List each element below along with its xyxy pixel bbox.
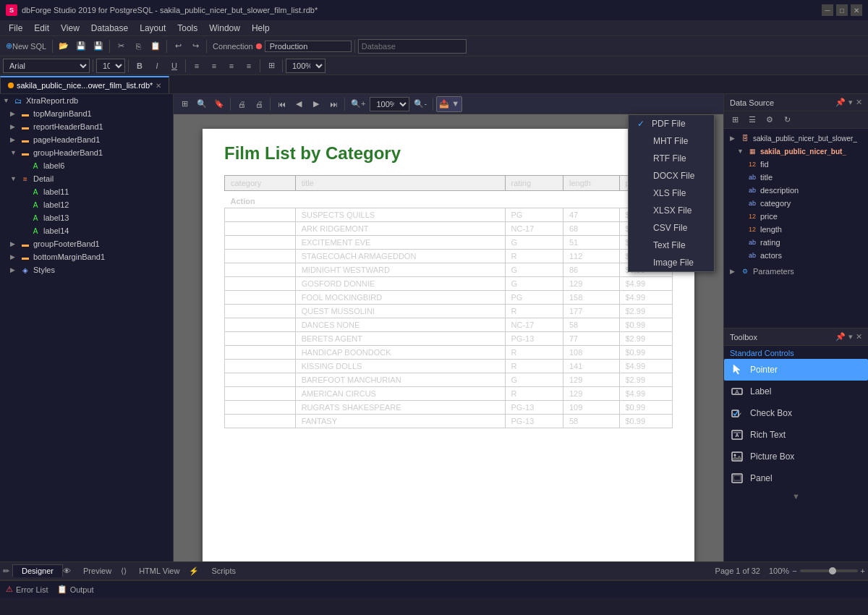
tree-item-styles[interactable]: ▶ ◈ Styles [0,263,173,276]
menu-tools[interactable]: Tools [171,22,203,35]
italic-button[interactable]: I [149,58,165,74]
align-right-button[interactable]: ≡ [224,58,239,74]
tree-item-detail[interactable]: ▼ ≡ Detail [0,172,173,185]
save-button[interactable]: 💾 [73,38,89,54]
toolbox-picture-item[interactable]: Picture Box [724,446,868,467]
tree-item-pageheaderband[interactable]: ▶ ▬ pageHeaderBand1 [0,133,173,146]
ds-list-btn[interactable]: ☰ [744,112,760,128]
database-dropdown[interactable] [358,39,467,54]
bottom-tab-htmlview[interactable]: HTML View [129,564,189,577]
report-zoom-in-btn[interactable]: 🔍+ [348,96,368,112]
export-text-item[interactable]: Text File [629,237,714,254]
report-print2-btn[interactable]: 🖨 [251,96,267,112]
redo-button[interactable]: ↪ [187,38,203,54]
report-nav-first-btn[interactable]: ⏮ [273,96,289,112]
output-tab[interactable]: 📋 Output [57,585,94,594]
ds-field-description[interactable]: ab description [727,184,865,197]
cut-button[interactable]: ✂ [113,38,129,54]
ds-field-rating[interactable]: ab rating [727,236,865,249]
export-rtf-item[interactable]: RTF File [629,150,714,167]
tab-close-button[interactable]: ✕ [156,82,161,90]
toolbox-menu-btn[interactable]: ▾ [848,332,853,342]
maximize-button[interactable]: □ [836,4,848,16]
toolbox-pin-btn[interactable]: 📌 [835,332,846,342]
datasource-menu-btn[interactable]: ▾ [848,98,853,107]
save-all-button[interactable]: 💾 [90,38,106,54]
report-nav-last-btn[interactable]: ⏭ [326,96,341,112]
export-mht-item[interactable]: MHT File [629,132,714,150]
copy-button[interactable]: ⎘ [130,38,146,54]
ds-table-node[interactable]: ▼ ▦ sakila_public_nicer_but_ [727,145,865,158]
ds-field-title[interactable]: ab title [727,171,865,184]
tree-item-label11[interactable]: A label11 [0,185,173,198]
tree-item-reportheaderband[interactable]: ▶ ▬ reportHeaderBand1 [0,120,173,133]
bold-button[interactable]: B [132,58,148,74]
ds-settings-btn[interactable]: ⚙ [762,112,778,128]
menu-view[interactable]: View [55,22,85,35]
tree-item-label6[interactable]: A label6 [0,159,173,172]
tree-item-groupfooterband[interactable]: ▶ ▬ groupFooterBand1 [0,237,173,250]
toolbox-checkbox-item[interactable]: ✓ Check Box [724,402,868,424]
open-button[interactable]: 📂 [56,38,72,54]
minimize-button[interactable]: ─ [822,4,833,16]
report-bookmark-btn[interactable]: 🔖 [211,96,227,112]
export-csv-item[interactable]: CSV File [629,219,714,237]
menu-database[interactable]: Database [85,22,134,35]
design-view-btn[interactable]: ⊞ [176,96,192,112]
menu-help[interactable]: Help [246,22,276,35]
align-left-button[interactable]: ≡ [189,58,205,74]
error-list-tab[interactable]: ⚠ Error List [6,585,48,594]
toolbox-label-item[interactable]: A Label [724,381,868,402]
toolbox-close-btn[interactable]: ✕ [856,332,862,342]
underline-button[interactable]: U [166,58,182,74]
ds-field-category[interactable]: ab category [727,197,865,210]
zoom-minus-btn[interactable]: − [792,567,796,575]
align-justify-button[interactable]: ≡ [241,58,257,74]
menu-edit[interactable]: Edit [28,22,55,35]
report-print-btn[interactable]: 🖨 [234,96,250,112]
active-document-tab[interactable]: sakila_public_nice...ower_film_list.rdb*… [0,76,169,93]
bottom-tab-designer[interactable]: Designer [12,564,63,577]
report-zoom-out-btn[interactable]: 🔍- [411,96,430,112]
toolbox-panel-item[interactable]: Panel [724,467,868,489]
ds-grid-btn[interactable]: ⊞ [727,112,743,128]
connection-name[interactable]: Production [265,41,352,52]
ds-parameters-node[interactable]: ▶ ⚙ Parameters [727,265,865,278]
toolbox-richtext-item[interactable]: A Rich Text [724,424,868,446]
ds-field-price[interactable]: 12 price [727,210,865,223]
datasource-pin-btn[interactable]: 📌 [835,98,846,107]
zoom-dropdown[interactable]: 100% [286,59,326,73]
tree-item-label14[interactable]: A label14 [0,224,173,237]
report-nav-play-btn[interactable]: ▶ [308,96,324,112]
tree-item-label13[interactable]: A label13 [0,211,173,224]
export-docx-item[interactable]: DOCX File [629,167,714,184]
font-family-dropdown[interactable]: Arial [3,59,90,73]
menu-file[interactable]: File [3,22,28,35]
tree-item-xtrareport[interactable]: ▼ 🗂 XtraReport.rdb [0,94,173,107]
paste-button[interactable]: 📋 [148,38,163,54]
ds-field-fid[interactable]: 12 fid [727,158,865,171]
report-export-btn[interactable]: 📤 ▼ [436,96,462,112]
undo-button[interactable]: ↩ [170,38,186,54]
export-image-item[interactable]: Image File [629,254,714,271]
tree-item-topmarginband[interactable]: ▶ ▬ topMarginBand1 [0,107,173,120]
report-nav-prev-btn[interactable]: ◀ [291,96,307,112]
bottom-tab-scripts[interactable]: Scripts [202,564,245,577]
export-xlsx-item[interactable]: XLSX File [629,202,714,219]
font-size-dropdown[interactable]: 10 [96,59,125,73]
zoom-plus-btn[interactable]: + [861,567,865,575]
menu-layout[interactable]: Layout [134,22,171,35]
export-xls-item[interactable]: XLS File [629,184,714,202]
report-zoom-dropdown[interactable]: 100% [370,97,409,111]
new-sql-button[interactable]: ⊕ New SQL [3,38,49,54]
report-search-btn[interactable]: 🔍 [194,96,210,112]
align-center-button[interactable]: ≡ [206,58,222,74]
ds-db-node[interactable]: ▶ 🗄 sakila_public_nicer_but_slower_ [727,132,865,145]
zoom-fit-button[interactable]: ⊞ [263,58,279,74]
tree-item-label12[interactable]: A label12 [0,198,173,211]
ds-field-length[interactable]: 12 length [727,223,865,236]
tree-item-groupheaderband[interactable]: ▼ ▬ groupHeaderBand1 [0,146,173,159]
zoom-slider-thumb[interactable] [829,567,836,574]
zoom-slider[interactable] [800,569,858,572]
toolbox-pointer-item[interactable]: Pointer [724,359,868,381]
